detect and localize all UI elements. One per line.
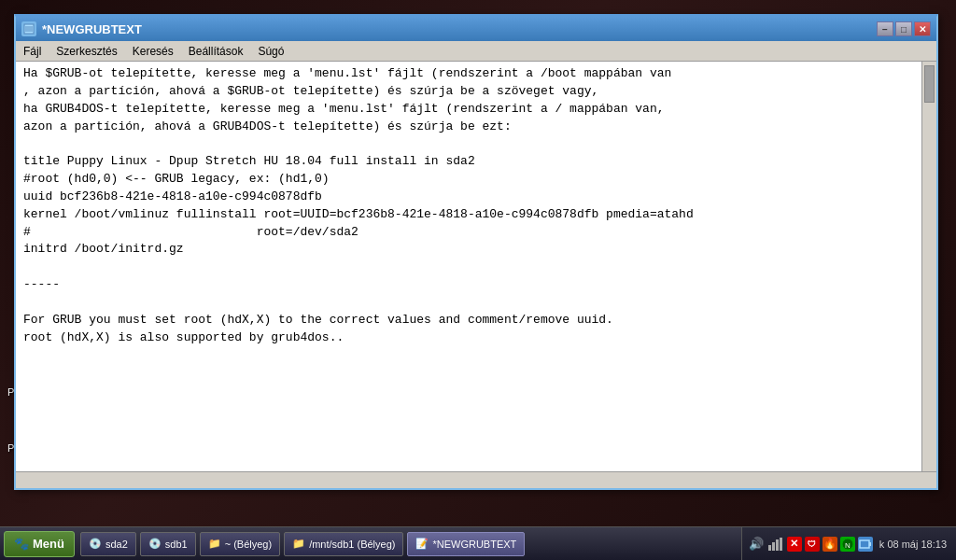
drive-icon: 💿: [89, 538, 102, 550]
scrollbar-thumb[interactable]: [924, 65, 935, 103]
maximize-button[interactable]: □: [895, 21, 912, 36]
menu-settings[interactable]: Beállítások: [181, 41, 251, 61]
battery-icon[interactable]: [858, 537, 873, 552]
folder-icon: 📁: [292, 538, 305, 550]
svg-text:N: N: [845, 541, 851, 550]
taskbar-item-sda2[interactable]: 💿 sda2: [80, 532, 136, 556]
start-icon: 🐾: [14, 537, 29, 551]
titlebar: *NEWGRUBTEXT − □ ✕: [16, 17, 936, 41]
titlebar-buttons: − □ ✕: [877, 21, 931, 36]
taskbar-item-mnt[interactable]: 📁 /mnt/sdb1 (Bélyeg): [284, 532, 403, 556]
svg-rect-6: [776, 539, 779, 551]
item-label: sda2: [105, 539, 128, 550]
statusbar: [16, 471, 936, 488]
start-label: Menü: [33, 537, 64, 551]
shield-icon[interactable]: 🛡: [805, 537, 820, 552]
security-alert-icon[interactable]: ✕: [787, 537, 802, 552]
drive-icon: 💿: [148, 538, 162, 550]
desktop: P P *NEWGRUBTEXT − □ ✕ Fájl: [0, 0, 956, 560]
svg-rect-7: [780, 538, 782, 551]
menu-help[interactable]: Súgó: [250, 41, 291, 61]
network-icon[interactable]: N: [840, 537, 855, 552]
menu-edit[interactable]: Szerkesztés: [49, 41, 124, 61]
system-clock: k 08 máj 18:13: [876, 539, 950, 550]
firewall-icon[interactable]: 🔥: [822, 537, 837, 552]
item-label: /mnt/sdb1 (Bélyeg): [309, 539, 395, 550]
taskbar: 🐾 Menü 💿 sda2 💿 sdb1 📁 ~ (Bélyeg) 📁 /mnt…: [0, 526, 956, 560]
notepad-window: *NEWGRUBTEXT − □ ✕ Fájl Szerkesztés Kere…: [14, 14, 938, 490]
system-tray: 🔊 ✕ 🛡 🔥 N: [741, 527, 956, 560]
minimize-button[interactable]: −: [877, 21, 893, 36]
taskbar-item-newgrubtext[interactable]: 📝 *NEWGRUBTEXT: [407, 532, 525, 556]
item-label: *NEWGRUBTEXT: [432, 539, 516, 550]
svg-rect-5: [772, 542, 775, 551]
close-button[interactable]: ✕: [914, 21, 931, 36]
editor-content[interactable]: Ha $GRUB-ot telepítette, keresse meg a '…: [16, 62, 921, 471]
text-icon: 📝: [415, 538, 429, 550]
svg-rect-12: [861, 541, 868, 547]
menu-search[interactable]: Keresés: [125, 41, 181, 61]
window-title: *NEWGRUBTEXT: [42, 22, 871, 36]
svg-rect-4: [768, 545, 771, 551]
menu-file[interactable]: Fájl: [16, 41, 49, 61]
taskbar-item-sdb1[interactable]: 💿 sdb1: [140, 532, 196, 556]
svg-rect-11: [869, 542, 871, 546]
volume-icon[interactable]: 🔊: [748, 536, 765, 553]
folder-icon: 📁: [208, 538, 221, 550]
item-label: ~ (Bélyeg): [225, 539, 272, 550]
vertical-scrollbar[interactable]: [921, 62, 936, 471]
menubar: Fájl Szerkesztés Keresés Beállítások Súg…: [16, 41, 936, 62]
start-button[interactable]: 🐾 Menü: [4, 531, 75, 557]
taskbar-item-home[interactable]: 📁 ~ (Bélyeg): [200, 532, 280, 556]
editor-area: Ha $GRUB-ot telepítette, keresse meg a '…: [16, 62, 936, 471]
bars-icon: [767, 536, 784, 553]
app-icon: [21, 21, 36, 36]
item-label: sdb1: [165, 539, 188, 550]
